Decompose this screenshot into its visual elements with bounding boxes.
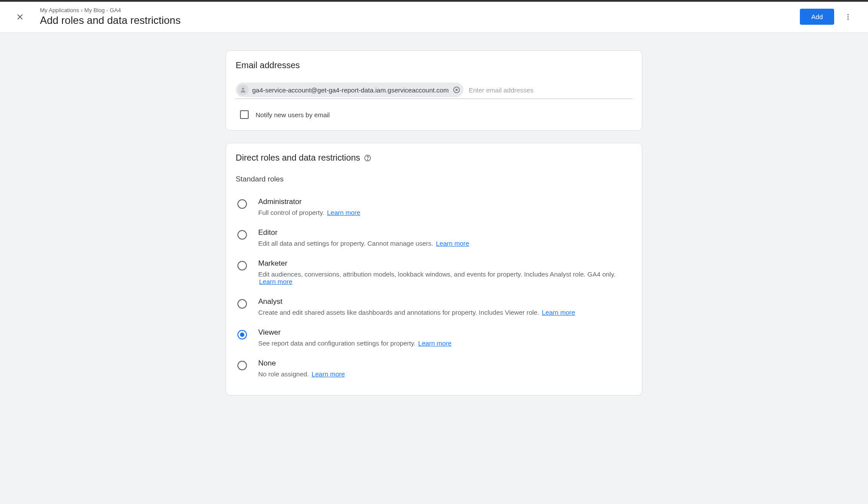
role-description: Edit audiences, conversions, attribution… [258, 270, 631, 285]
notify-checkbox[interactable] [240, 110, 249, 119]
roles-list: AdministratorFull control of property. L… [236, 191, 632, 384]
learn-more-link[interactable]: Learn more [418, 339, 452, 347]
role-body: NoneNo role assigned. Learn more [258, 359, 631, 378]
role-radio[interactable] [237, 261, 247, 270]
header-titles: My Applications › My Blog - GA4 Add role… [40, 7, 800, 26]
role-item-administrator[interactable]: AdministratorFull control of property. L… [236, 191, 632, 222]
add-button[interactable]: Add [800, 9, 834, 25]
breadcrumb: My Applications › My Blog - GA4 [40, 7, 800, 13]
more-vert-icon [844, 13, 852, 21]
role-item-viewer[interactable]: ViewerSee report data and configuration … [236, 322, 632, 353]
role-radio[interactable] [237, 230, 247, 240]
chip-remove-button[interactable] [452, 86, 461, 94]
role-item-none[interactable]: NoneNo role assigned. Learn more [236, 353, 632, 384]
email-section-title: Email addresses [236, 60, 632, 70]
learn-more-link[interactable]: Learn more [312, 370, 345, 378]
role-description: See report data and configuration settin… [258, 339, 631, 347]
role-title: None [258, 359, 631, 368]
learn-more-link[interactable]: Learn more [542, 309, 575, 316]
page-header: My Applications › My Blog - GA4 Add role… [0, 2, 868, 33]
role-title: Analyst [258, 297, 631, 306]
close-button[interactable] [12, 9, 28, 25]
roles-title-text: Direct roles and data restrictions [236, 153, 360, 163]
email-input[interactable] [468, 84, 632, 96]
roles-section-title: Direct roles and data restrictions [236, 153, 632, 163]
cancel-circle-icon [453, 86, 460, 94]
role-body: MarketerEdit audiences, conversions, att… [258, 259, 631, 285]
svg-point-6 [367, 159, 368, 160]
email-input-row: ga4-service-account@get-ga4-report-data.… [236, 82, 632, 99]
learn-more-link[interactable]: Learn more [327, 209, 360, 216]
role-description: Full control of property. Learn more [258, 209, 631, 216]
role-body: AnalystCreate and edit shared assets lik… [258, 297, 631, 316]
help-icon [364, 154, 372, 162]
learn-more-link[interactable]: Learn more [259, 278, 293, 285]
role-title: Editor [258, 228, 631, 237]
learn-more-link[interactable]: Learn more [436, 240, 469, 247]
role-body: AdministratorFull control of property. L… [258, 198, 631, 216]
role-radio[interactable] [237, 199, 247, 209]
role-radio[interactable] [237, 330, 247, 339]
person-icon [237, 84, 249, 96]
notify-label: Notify new users by email [256, 111, 330, 119]
close-icon [15, 12, 25, 22]
role-item-analyst[interactable]: AnalystCreate and edit shared assets lik… [236, 291, 632, 322]
role-item-editor[interactable]: EditorEdit all data and settings for pro… [236, 222, 632, 253]
role-body: ViewerSee report data and configuration … [258, 328, 631, 347]
roles-card: Direct roles and data restrictions Stand… [226, 143, 642, 395]
svg-point-0 [848, 14, 849, 15]
svg-point-3 [242, 88, 244, 90]
role-description: Edit all data and settings for property.… [258, 240, 631, 247]
email-chip: ga4-service-account@get-ga4-report-data.… [236, 82, 464, 97]
chevron-right-icon: › [81, 7, 82, 13]
role-body: EditorEdit all data and settings for pro… [258, 228, 631, 247]
role-title: Viewer [258, 328, 631, 337]
more-options-button[interactable] [840, 9, 856, 25]
svg-point-1 [848, 16, 849, 17]
role-title: Marketer [258, 259, 631, 268]
role-title: Administrator [258, 198, 631, 206]
content-area: Email addresses ga4-service-account@get-… [0, 33, 868, 413]
role-description: No role assigned. Learn more [258, 370, 631, 378]
role-radio[interactable] [237, 299, 247, 309]
breadcrumb-part-2[interactable]: My Blog - GA4 [84, 7, 121, 13]
role-radio[interactable] [237, 361, 247, 370]
role-description: Create and edit shared assets like dashb… [258, 309, 631, 316]
svg-point-2 [848, 18, 849, 20]
standard-roles-subhead: Standard roles [236, 175, 632, 184]
email-addresses-card: Email addresses ga4-service-account@get-… [226, 50, 642, 131]
role-item-marketer[interactable]: MarketerEdit audiences, conversions, att… [236, 253, 632, 291]
breadcrumb-part-1[interactable]: My Applications [40, 7, 79, 13]
page-title: Add roles and data restrictions [40, 14, 800, 26]
notify-row: Notify new users by email [236, 110, 632, 119]
help-button[interactable] [364, 154, 372, 162]
chip-email-text: ga4-service-account@get-ga4-report-data.… [252, 86, 449, 94]
